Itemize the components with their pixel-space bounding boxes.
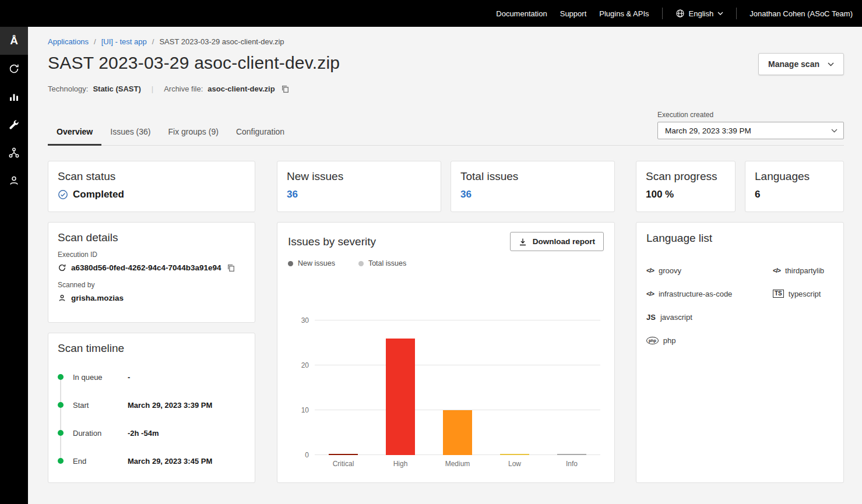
topbar-link-support[interactable]: Support: [560, 9, 587, 18]
execution-id-value: a6380d56-0fed-4262-94c4-7044b3a91e94: [71, 263, 221, 272]
language-name: php: [663, 336, 676, 345]
timeline-label: In queue: [73, 373, 128, 382]
severity-bar-chart: 0102030: [315, 280, 600, 455]
execution-created-label: Execution created: [657, 111, 844, 119]
scanned-by-value: grisha.mozias: [71, 294, 124, 302]
language-item-infrastructure-as-code: </> infrastructure-as-code: [646, 282, 773, 305]
appscan-logo-icon: Å: [10, 34, 18, 47]
sidebar-item-tools[interactable]: [0, 111, 28, 139]
execution-created-select[interactable]: March 29, 2023 3:39 PM: [657, 122, 844, 139]
download-report-label: Download report: [533, 237, 595, 246]
scan-details-card: Scan details Execution ID a6380d56-0fed-…: [48, 222, 255, 323]
code-icon: </>: [773, 267, 780, 274]
breadcrumb-app[interactable]: [UI] - test app: [101, 37, 147, 46]
timeline-row-end: End March 29, 2023 3:45 PM: [58, 447, 245, 475]
person-icon: [8, 175, 20, 186]
bar-chart-icon: [8, 91, 20, 103]
language-name: javascript: [660, 313, 692, 322]
user-menu[interactable]: Jonathan Cohen (ASoC Team): [750, 9, 853, 18]
code-icon: </>: [646, 290, 654, 297]
chart-legend: New issues Total issues: [288, 259, 604, 267]
tab-bar: Overview Issues (36) Fix groups (9) Conf…: [48, 121, 293, 145]
topbar-divider: [662, 8, 663, 19]
tab-overview[interactable]: Overview: [48, 121, 101, 146]
tab-fix-groups[interactable]: Fix groups (9): [160, 121, 227, 146]
timeline-label: End: [73, 457, 128, 466]
main-content: Applications / [UI] - test app / SAST 20…: [28, 27, 862, 504]
language-list-card: Language list </> groovy </> infrastruct…: [636, 222, 844, 483]
copy-icon[interactable]: [227, 263, 235, 272]
globe-icon: [675, 9, 685, 18]
download-report-button[interactable]: Download report: [510, 232, 604, 251]
download-icon: [519, 238, 527, 246]
y-tick-label: 10: [291, 406, 309, 414]
new-issues-value: 36: [287, 189, 431, 200]
sidebar-item-applications[interactable]: Å: [0, 27, 28, 55]
chevron-down-icon: [717, 12, 723, 15]
sidebar-item-user[interactable]: [0, 167, 28, 195]
languages-title: Languages: [755, 170, 834, 183]
total-issues-value: 36: [460, 189, 605, 200]
breadcrumb-applications[interactable]: Applications: [48, 37, 89, 46]
scan-progress-card: Scan progress 100 %: [636, 161, 736, 212]
languages-value: 6: [755, 189, 834, 200]
legend-dot-total-issues: [358, 261, 364, 266]
bar-info: [543, 280, 600, 455]
language-item-php: php php: [646, 329, 773, 352]
timeline-label: Start: [73, 401, 128, 410]
person-icon: [58, 294, 66, 302]
language-item-javascript: JS javascript: [646, 305, 773, 329]
language-list-title: Language list: [646, 232, 833, 245]
completed-check-icon: [58, 189, 68, 200]
timeline-label: Duration: [73, 429, 128, 438]
scan-progress-title: Scan progress: [646, 170, 726, 183]
sidebar-item-organization[interactable]: [0, 139, 28, 167]
timeline-row-duration: Duration -2h -54m: [58, 419, 245, 447]
page-title: SAST 2023-03-29 asoc-client-dev.zip: [48, 53, 340, 73]
copy-icon[interactable]: [281, 84, 290, 93]
topbar-link-documentation[interactable]: Documentation: [496, 9, 547, 18]
sidebar-item-reports[interactable]: [0, 83, 28, 111]
bar-medium: [429, 280, 486, 455]
meta-divider: |: [152, 84, 153, 93]
language-item-groovy: </> groovy: [646, 259, 773, 282]
execution-id-label: Execution ID: [58, 251, 245, 259]
x-tick-label: Info: [543, 460, 600, 468]
language-selector[interactable]: English: [675, 9, 724, 18]
manage-scan-button[interactable]: Manage scan: [758, 53, 844, 75]
bar-critical: [315, 280, 372, 455]
scan-refresh-icon: [58, 263, 66, 272]
scan-timeline-title: Scan timeline: [58, 342, 245, 355]
issues-by-severity-card: Issues by severity Download report New i…: [277, 222, 615, 483]
scan-refresh-icon: [8, 63, 20, 75]
timeline-dot: [58, 374, 64, 380]
x-axis-labels: CriticalHighMediumLowInfo: [315, 460, 600, 468]
tab-configuration[interactable]: Configuration: [227, 121, 293, 146]
language-name: typescript: [789, 290, 821, 298]
language-name: thirdpartylib: [785, 266, 824, 275]
topbar-divider: [736, 8, 737, 19]
tab-issues[interactable]: Issues (36): [101, 121, 159, 146]
bar-low: [486, 280, 543, 455]
x-tick-label: Low: [486, 460, 543, 468]
legend-label: Total issues: [368, 259, 406, 267]
x-tick-label: Medium: [429, 460, 486, 468]
scan-progress-value: 100 %: [646, 189, 726, 200]
timeline-value: March 29, 2023 3:45 PM: [128, 457, 212, 466]
scan-details-title: Scan details: [58, 231, 245, 244]
language-item-thirdpartylib: </> thirdpartylib: [773, 259, 833, 282]
timeline-value: -: [128, 373, 130, 382]
new-issues-card: New issues 36: [277, 161, 441, 212]
sidebar-item-scans[interactable]: [0, 55, 28, 83]
execution-created-value: March 29, 2023 3:39 PM: [665, 126, 751, 135]
sidebar: Å: [0, 27, 28, 504]
legend-new-issues: New issues: [288, 259, 335, 267]
topbar-link-plugins-apis[interactable]: Plugins & APIs: [599, 9, 649, 18]
legend-total-issues: Total issues: [358, 259, 406, 267]
new-issues-title: New issues: [287, 170, 431, 183]
legend-label: New issues: [298, 259, 335, 267]
wrench-icon: [8, 119, 20, 131]
php-icon: php: [646, 337, 659, 344]
chevron-down-icon: [831, 129, 838, 133]
timeline-dot: [58, 402, 64, 408]
